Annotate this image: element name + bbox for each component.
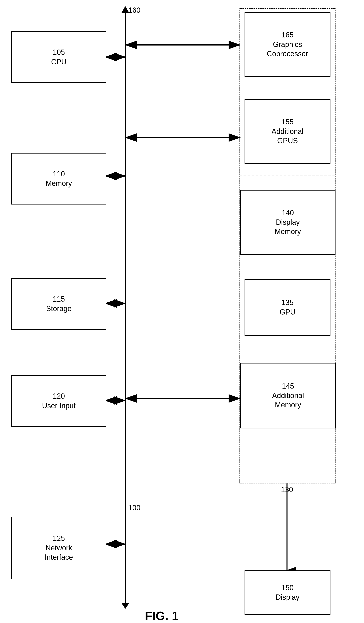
dm-label-num: 140	[282, 208, 294, 218]
am-label-text: Additional	[272, 391, 304, 400]
memory-box: 110 Memory	[11, 153, 106, 204]
user-input-label-text: User Input	[42, 401, 76, 411]
dm-label-text2: Memory	[275, 227, 301, 236]
ag-label-text2: GPUS	[277, 136, 298, 146]
diagram-number-label: 100	[128, 504, 141, 512]
display-memory-box: 140 Display Memory	[240, 190, 336, 255]
gpu-box: 135 GPU	[244, 279, 330, 336]
cpu-label-text: CPU	[51, 57, 66, 67]
display-label-num: 150	[281, 583, 293, 593]
figure-label: FIG. 1	[111, 609, 212, 623]
storage-label-text: Storage	[46, 304, 72, 313]
ag-label-text: Additional	[271, 127, 303, 136]
additional-memory-box: 145 Additional Memory	[240, 363, 336, 428]
svg-marker-5	[121, 6, 129, 13]
network-label-text: Network	[45, 543, 72, 553]
ag-label-num: 155	[281, 117, 293, 127]
user-input-box: 120 User Input	[11, 375, 106, 427]
graphics-coprocessor-box: 165 Graphics Coprocessor	[244, 12, 330, 77]
user-input-label-num: 120	[53, 392, 65, 401]
network-box: 125 Network Interface	[11, 517, 106, 579]
am-label-num: 145	[282, 381, 294, 391]
storage-box: 115 Storage	[11, 278, 106, 330]
gc-label-text: Graphics	[273, 40, 302, 49]
additional-gpus-box: 155 Additional GPUS	[244, 99, 330, 164]
dm-label-text: Display	[276, 218, 300, 227]
gpu-label-text: GPU	[280, 308, 295, 317]
am-label-text2: Memory	[275, 400, 301, 410]
network-label-num: 125	[53, 534, 65, 543]
display-label-text: Display	[276, 593, 299, 602]
network-label-text2: Interface	[45, 553, 73, 562]
gpu-label-num: 135	[281, 298, 293, 308]
diagram: 105 CPU 110 Memory 115 Storage 120 User …	[0, 0, 364, 623]
memory-label-text: Memory	[46, 179, 72, 188]
gpu-card-number-label: 130	[281, 486, 293, 494]
bus-number-label: 160	[128, 6, 141, 15]
memory-label-num: 110	[53, 169, 65, 179]
cpu-box: 105 CPU	[11, 31, 106, 83]
gc-label-num: 165	[281, 30, 293, 40]
svg-marker-6	[121, 603, 129, 609]
storage-label-num: 115	[53, 294, 65, 304]
gc-label-text2: Coprocessor	[267, 49, 308, 59]
display-box: 150 Display	[244, 570, 330, 615]
cpu-label-num: 105	[53, 48, 65, 57]
